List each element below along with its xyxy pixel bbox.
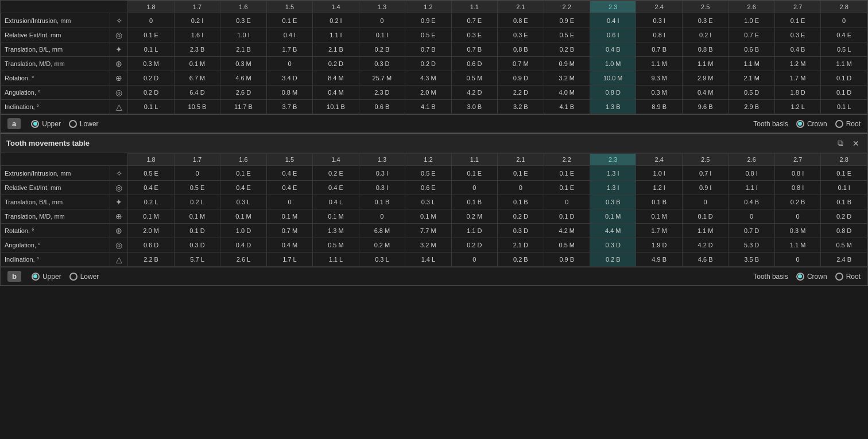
cell-0-4: 0.2 I (313, 13, 359, 28)
cell-2-0: 0.2 L (128, 195, 174, 209)
bottom-root-radio[interactable]: Root (835, 273, 861, 281)
row-label-1: Relative Ext/Int, mm (1, 181, 110, 195)
close-button[interactable]: ✕ (850, 138, 862, 149)
cell-2-15: 0.1 B (821, 195, 867, 209)
bottom-root-radio-circle (835, 273, 843, 281)
top-crown-radio-circle (796, 120, 804, 128)
cell-0-10: 1.3 I (590, 166, 636, 181)
cell-6-9: 4.1 B (544, 100, 590, 114)
cell-2-6: 0.3 L (405, 195, 451, 209)
cell-6-11: 4.9 B (636, 252, 682, 267)
top-upper-radio[interactable]: Upper (31, 120, 61, 128)
cell-2-3: 1.7 B (266, 42, 312, 57)
main-wrapper: 1.81.71.61.51.41.31.21.12.12.22.32.42.52… (0, 0, 868, 286)
cell-0-2: 0.1 E (220, 166, 266, 181)
cell-3-14: 1.2 M (774, 57, 820, 71)
top-root-radio[interactable]: Root (835, 120, 861, 128)
row-label-5: Angulation, ° (1, 86, 110, 100)
cell-3-10: 0.1 M (590, 209, 636, 224)
table-row: Angulation, °◎0.2 D6.4 D2.6 D0.8 M0.4 M2… (1, 86, 867, 100)
cell-2-9: 0.2 B (544, 42, 590, 57)
cell-6-4: 1.1 L (313, 252, 359, 267)
cell-6-13: 2.9 B (728, 100, 774, 114)
bottom-footer-right: Tooth basis Crown Root (753, 273, 861, 281)
cell-1-8: 0.3 E (498, 28, 544, 42)
cell-2-12: 0 (682, 195, 728, 209)
cell-1-14: 0.8 I (774, 181, 820, 195)
top-crown-radio[interactable]: Crown (796, 120, 827, 128)
cell-3-6: 0.1 M (405, 209, 451, 224)
cell-3-1: 0.1 M (174, 57, 220, 71)
row-label-4: Rotation, ° (1, 71, 110, 86)
top-upper-label: Upper (42, 120, 61, 128)
cell-5-0: 0.2 D (128, 86, 174, 100)
top-lower-radio[interactable]: Lower (69, 120, 99, 128)
bottom-section-label: b (7, 271, 21, 282)
table-row: Translation, M/D, mm⊕0.1 M0.1 M0.1 M0.1 … (1, 209, 867, 224)
cell-4-2: 4.6 M (220, 71, 266, 86)
col-header-1.1: 1.1 (451, 1, 497, 13)
cell-0-14: 0.1 E (774, 13, 820, 28)
table-row: Rotation, °⊕2.0 M0.1 D1.0 D0.7 M1.3 M6.8… (1, 224, 867, 238)
cell-3-7: 0.2 M (451, 209, 497, 224)
cell-3-4: 0.2 D (313, 57, 359, 71)
cell-3-8: 0.7 M (498, 57, 544, 71)
row-icon-6: △ (110, 100, 128, 114)
cell-6-1: 5.7 L (174, 252, 220, 267)
cell-5-6: 3.2 M (405, 238, 451, 252)
row-label-3: Translation, M/D, mm (1, 209, 110, 224)
col-header-1.8: 1.8 (128, 154, 174, 166)
cell-4-3: 0.7 M (266, 224, 312, 238)
bottom-upper-radio-circle (32, 273, 40, 281)
cell-6-11: 8.9 B (636, 100, 682, 114)
bottom-upper-radio[interactable]: Upper (32, 273, 61, 281)
cell-4-13: 2.1 M (728, 71, 774, 86)
table-row: Inclination, °△2.2 B5.7 L2.6 L1.7 L1.1 L… (1, 252, 867, 267)
cell-0-9: 0.9 E (544, 13, 590, 28)
cell-6-8: 3.2 B (498, 100, 544, 114)
cell-0-12: 0.7 I (682, 166, 728, 181)
cell-6-5: 0.3 L (359, 252, 405, 267)
table-row: Translation, M/D, mm⊕0.3 M0.1 M0.3 M00.2… (1, 57, 867, 71)
top-upper-radio-circle (31, 120, 39, 128)
top-tooth-basis-label: Tooth basis (753, 120, 788, 128)
cell-2-13: 0.4 B (728, 195, 774, 209)
bottom-lower-label: Lower (80, 273, 99, 281)
cell-4-7: 0.5 M (451, 71, 497, 86)
cell-6-0: 0.1 L (128, 100, 174, 114)
col-header-1.2: 1.2 (405, 154, 451, 166)
table-row: Extrusion/Intrusion, mm⟡0.5 E00.1 E0.4 E… (1, 166, 867, 181)
row-icon-4: ⊕ (110, 71, 128, 86)
cell-6-12: 4.6 B (682, 252, 728, 267)
cell-6-10: 1.3 B (590, 100, 636, 114)
top-crown-label: Crown (807, 120, 827, 128)
col-header-1.5: 1.5 (266, 154, 312, 166)
col-header-2.8: 2.8 (821, 1, 867, 13)
bottom-jaw-radio-group: Upper Lower (32, 273, 99, 281)
cell-3-12: 1.1 M (682, 57, 728, 71)
col-header-2.6: 2.6 (728, 154, 774, 166)
copy-button[interactable]: ⧉ (835, 137, 846, 149)
cell-0-10: 0.4 I (590, 13, 636, 28)
cell-2-13: 0.6 B (728, 42, 774, 57)
top-lower-label: Lower (80, 120, 99, 128)
cell-6-14: 1.2 L (774, 100, 820, 114)
cell-1-9: 0.5 E (544, 28, 590, 42)
cell-4-11: 1.7 M (636, 224, 682, 238)
table-row: Relative Ext/Int, mm◎0.1 E1.6 I1.0 I0.4 … (1, 28, 867, 42)
col-header-1.6: 1.6 (220, 1, 266, 13)
cell-5-6: 2.0 M (405, 86, 451, 100)
top-footer-right: Tooth basis Crown Root (753, 120, 861, 128)
cell-2-10: 0.3 B (590, 195, 636, 209)
cell-1-9: 0.1 E (544, 181, 590, 195)
bottom-lower-radio[interactable]: Lower (69, 273, 99, 281)
cell-4-4: 1.3 M (313, 224, 359, 238)
cell-0-7: 0.1 E (451, 166, 497, 181)
cell-6-13: 3.5 B (728, 252, 774, 267)
cell-3-11: 0.1 M (636, 209, 682, 224)
cell-1-0: 0.1 E (128, 28, 174, 42)
cell-5-1: 0.3 D (174, 238, 220, 252)
cell-4-13: 0.7 D (728, 224, 774, 238)
bottom-data-table: 1.81.71.61.51.41.31.21.12.12.22.32.42.52… (1, 153, 867, 267)
bottom-crown-radio[interactable]: Crown (796, 273, 827, 281)
